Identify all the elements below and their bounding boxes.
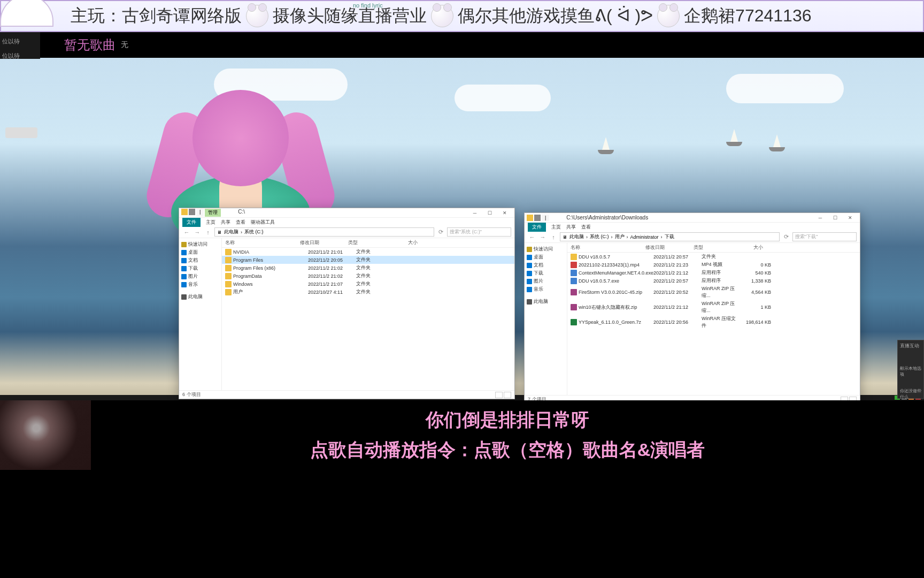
file-row[interactable]: win10右键永久隐藏有权.zip 2022/11/2 21:12 WinRAR… bbox=[567, 300, 860, 315]
file-date: 2022/11/2 21:02 bbox=[308, 273, 356, 279]
banner-seg-4: 企鹅裙77241136 bbox=[684, 4, 811, 28]
menu-share[interactable]: 共享 bbox=[566, 224, 576, 231]
col-date[interactable]: 修改日期 bbox=[300, 239, 348, 246]
breadcrumb-seg[interactable]: 此电脑 bbox=[569, 233, 584, 240]
breadcrumb[interactable]: 🖥 此电脑› 系统 (C:)› 用户› Administrator› 下载 bbox=[560, 232, 780, 241]
view-details-icon[interactable] bbox=[495, 392, 503, 398]
breadcrumb-seg[interactable]: 系统 (C:) bbox=[244, 229, 264, 235]
file-date: 2022/11/2 20:57 bbox=[653, 254, 702, 260]
nav-downloads[interactable]: 下载 bbox=[526, 269, 566, 277]
file-row[interactable]: ProgramData 2022/11/2 21:02 文件夹 bbox=[222, 272, 514, 280]
col-type[interactable]: 类型 bbox=[348, 239, 386, 246]
menu-file[interactable]: 文件 bbox=[182, 218, 201, 227]
column-headers[interactable]: 名称 修改日期 类型 大小 bbox=[567, 243, 860, 253]
file-row[interactable]: Windows 2022/11/2 21:07 文件夹 bbox=[222, 280, 514, 288]
search-input[interactable]: 搜索"下载" bbox=[792, 232, 857, 241]
file-date: 2022/11/2 21:12 bbox=[653, 270, 702, 276]
nav-documents[interactable]: 文档 bbox=[526, 261, 566, 269]
file-date: 2022/11/2 20:57 bbox=[653, 278, 702, 284]
banner-seg-3: 偶尔其他游戏摸鱼ᕕ( ᐛ )ᕗ bbox=[458, 4, 653, 28]
ship-decor bbox=[5, 127, 37, 138]
menu-view[interactable]: 查看 bbox=[236, 219, 245, 226]
breadcrumb-seg[interactable]: 下载 bbox=[665, 233, 674, 240]
back-button[interactable]: ← bbox=[528, 233, 536, 241]
folder-icon bbox=[225, 249, 232, 255]
menu-home[interactable]: 主页 bbox=[206, 219, 215, 226]
nav-pictures[interactable]: 图片 bbox=[180, 272, 220, 280]
col-name[interactable]: 名称 bbox=[225, 239, 300, 246]
titlebar[interactable]: | C:\Users\Administrator\Downloads ─ ☐ ✕ bbox=[525, 213, 860, 223]
refresh-button[interactable]: ⟳ bbox=[436, 228, 445, 237]
up-button[interactable]: ↑ bbox=[549, 233, 558, 241]
nav-desktop[interactable]: 桌面 bbox=[180, 248, 220, 256]
file-row[interactable]: ContextMenuManager.NET.4.0.exe 2022/11/2… bbox=[567, 269, 860, 277]
file-size: 0 KB bbox=[739, 262, 771, 268]
file-type: 文件夹 bbox=[356, 280, 394, 287]
titlebar[interactable]: | 管理 C:\ ─ ☐ ✕ bbox=[179, 208, 514, 218]
tab-manage[interactable]: 管理 bbox=[205, 209, 221, 217]
file-list[interactable]: 名称 修改日期 类型 大小 DDU v18.0.5.7 2022/11/2 20… bbox=[567, 243, 860, 395]
file-row[interactable]: YYSpeak_6.11.0.0_Green.7z 2022/11/2 20:5… bbox=[567, 315, 860, 330]
close-button[interactable]: ✕ bbox=[497, 209, 512, 217]
minimize-button[interactable]: ─ bbox=[813, 214, 828, 222]
col-size[interactable]: 大小 bbox=[386, 239, 418, 246]
menu-share[interactable]: 共享 bbox=[221, 219, 230, 226]
danmaku-line: 你还没做些什么 bbox=[900, 388, 921, 400]
col-type[interactable]: 类型 bbox=[694, 244, 731, 251]
nav-documents[interactable]: 文档 bbox=[180, 256, 220, 264]
col-size[interactable]: 大小 bbox=[731, 244, 763, 251]
banner-seg-1: 主玩：古剑奇谭网络版 bbox=[71, 4, 242, 28]
nav-quick-access[interactable]: 快速访问 bbox=[526, 245, 566, 253]
nav-quick-access[interactable]: 快速访问 bbox=[180, 240, 220, 248]
maximize-button[interactable]: ☐ bbox=[828, 214, 843, 222]
menu-view[interactable]: 查看 bbox=[581, 224, 591, 231]
view-large-icon[interactable] bbox=[504, 392, 511, 398]
file-name: Program Files (x86) bbox=[233, 265, 308, 271]
file-type: 文件夹 bbox=[356, 272, 394, 279]
nav-downloads[interactable]: 下载 bbox=[180, 264, 220, 272]
file-row[interactable]: Program Files 2022/11/2 20:05 文件夹 bbox=[222, 256, 514, 264]
nav-pane[interactable]: 快速访问 桌面 文档 下载 图片 音乐 此电脑 bbox=[525, 243, 567, 395]
minimize-button[interactable]: ─ bbox=[467, 209, 482, 217]
maximize-button[interactable]: ☐ bbox=[482, 209, 497, 217]
file-row[interactable]: Program Files (x86) 2022/11/2 21:02 文件夹 bbox=[222, 264, 514, 272]
breadcrumb[interactable]: 🖥 此电脑› 系统 (C:) bbox=[214, 227, 434, 237]
breadcrumb-seg[interactable]: Administrator bbox=[630, 234, 659, 240]
nav-pane[interactable]: 快速访问 桌面 文档 下载 图片 音乐 此电脑 bbox=[179, 238, 222, 390]
forward-button[interactable]: → bbox=[538, 233, 547, 241]
danmaku-panel[interactable]: 直播互动 献示本地选项 你还没做些什么 bbox=[897, 340, 924, 399]
breadcrumb-seg[interactable]: 用户 bbox=[615, 233, 625, 240]
close-button[interactable]: ✕ bbox=[843, 214, 858, 222]
menu-tools[interactable]: 驱动器工具 bbox=[251, 219, 275, 226]
back-button[interactable]: ← bbox=[182, 228, 191, 237]
nav-music[interactable]: 音乐 bbox=[526, 285, 566, 293]
refresh-button[interactable]: ⟳ bbox=[782, 233, 790, 241]
file-list[interactable]: 名称 修改日期 类型 大小 NVIDIA 2022/11/2 21:01 文件夹… bbox=[222, 238, 514, 390]
nav-this-pc[interactable]: 此电脑 bbox=[180, 293, 220, 301]
up-button[interactable]: ↑ bbox=[204, 228, 212, 237]
file-row[interactable]: DDU v18.0.5.7.exe 2022/11/2 20:57 应用程序 1… bbox=[567, 277, 860, 285]
column-headers[interactable]: 名称 修改日期 类型 大小 bbox=[222, 238, 514, 248]
forward-button[interactable]: → bbox=[193, 228, 202, 237]
file-row[interactable]: DDU v18.0.5.7 2022/11/2 20:57 文件夹 bbox=[567, 253, 860, 261]
explorer-window-c-drive[interactable]: | 管理 C:\ ─ ☐ ✕ 文件 主页 共享 查看 驱动器工具 ← → ↑ 🖥… bbox=[179, 208, 515, 399]
col-date[interactable]: 修改日期 bbox=[645, 244, 694, 251]
file-row[interactable]: 20221102-21233423(1).mp4 2022/11/2 21:23… bbox=[567, 261, 860, 269]
file-row[interactable]: 用户 2022/10/27 4:11 文件夹 bbox=[222, 288, 514, 296]
col-name[interactable]: 名称 bbox=[571, 244, 645, 251]
menu-file[interactable]: 文件 bbox=[528, 223, 546, 232]
nav-this-pc[interactable]: 此电脑 bbox=[526, 298, 566, 306]
breadcrumb-seg[interactable]: 系统 (C:) bbox=[590, 233, 609, 240]
address-bar: ← → ↑ 🖥 此电脑› 系统 (C:) ⟳ 搜索"系统 (C:)" bbox=[179, 226, 514, 238]
search-input[interactable]: 搜索"系统 (C:)" bbox=[447, 227, 511, 237]
file-row[interactable]: NVIDIA 2022/11/2 21:01 文件夹 bbox=[222, 248, 514, 256]
file-row[interactable]: FireStorm V3.0.0.201C-45.zip 2022/11/2 2… bbox=[567, 285, 860, 300]
menu-home[interactable]: 主页 bbox=[551, 224, 561, 231]
now-playing-sub: 无 bbox=[121, 40, 128, 50]
explorer-window-downloads[interactable]: | C:\Users\Administrator\Downloads ─ ☐ ✕… bbox=[524, 212, 860, 404]
breadcrumb-seg[interactable]: 此电脑 bbox=[224, 229, 238, 235]
nav-pictures[interactable]: 图片 bbox=[526, 277, 566, 285]
nav-desktop[interactable]: 桌面 bbox=[526, 253, 566, 261]
nav-music[interactable]: 音乐 bbox=[180, 280, 220, 288]
menubar: 文件 主页 共享 查看 bbox=[525, 223, 860, 231]
